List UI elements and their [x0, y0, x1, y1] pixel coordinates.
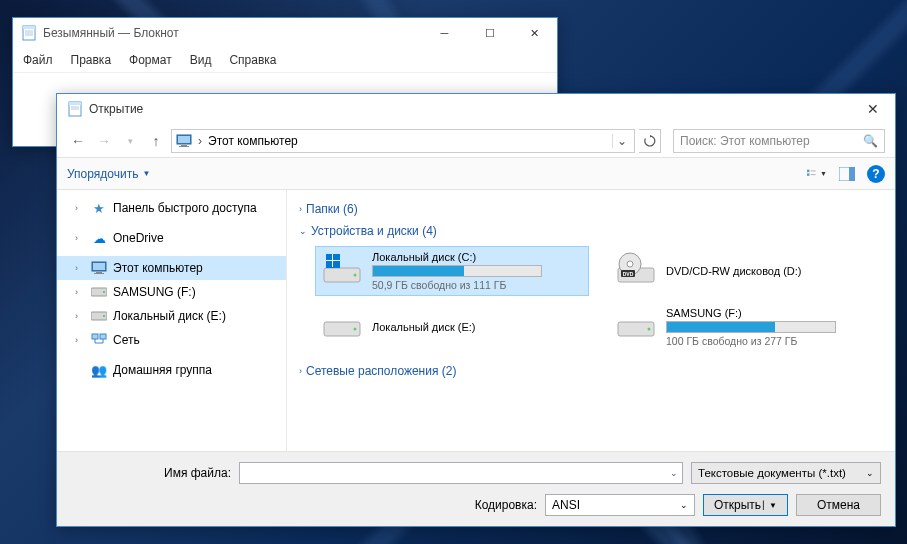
address-dropdown[interactable]: ⌄ [612, 134, 630, 148]
section-network-locations[interactable]: › Сетевые расположения (2) [299, 360, 883, 382]
dvd-drive-icon: DVD [614, 251, 658, 287]
address-location: Этот компьютер [208, 134, 298, 148]
os-drive-icon [320, 251, 364, 287]
svg-rect-28 [100, 334, 106, 339]
tree-this-pc[interactable]: › Этот компьютер [57, 256, 286, 280]
svg-rect-10 [178, 136, 190, 143]
drive-f-usage-bar [666, 321, 836, 333]
view-options-button[interactable]: ▼ [807, 164, 827, 184]
svg-text:DVD: DVD [623, 271, 634, 277]
nav-row: ← → ▾ ↑ › Этот компьютер ⌄ Поиск: Этот к… [57, 124, 895, 158]
drive-icon [614, 307, 658, 343]
menu-file[interactable]: Файл [21, 50, 55, 70]
svg-rect-13 [807, 169, 809, 171]
up-button[interactable]: ↑ [145, 130, 167, 152]
main-panel: › Папки (6) ⌄ Устройства и диски (4) Лок… [287, 190, 895, 451]
svg-rect-1 [23, 26, 35, 29]
recent-dropdown[interactable]: ▾ [119, 130, 141, 152]
svg-point-47 [354, 328, 357, 331]
refresh-icon [644, 135, 656, 147]
svg-rect-36 [326, 261, 332, 267]
section-devices[interactable]: ⌄ Устройства и диски (4) [299, 220, 883, 242]
toolbar: Упорядочить ▼ ▼ ? [57, 158, 895, 190]
svg-rect-27 [92, 334, 98, 339]
filename-input[interactable]: ⌄ [239, 462, 683, 484]
notepad-icon [21, 25, 37, 41]
tree-homegroup[interactable]: 👥 Домашняя группа [57, 358, 286, 382]
address-bar[interactable]: › Этот компьютер ⌄ [171, 129, 635, 153]
svg-rect-22 [94, 273, 104, 274]
dialog-titlebar[interactable]: Открытие ✕ [57, 94, 895, 124]
chevron-down-icon: ⌄ [670, 468, 678, 478]
svg-rect-20 [93, 263, 105, 270]
preview-pane-button[interactable] [837, 164, 857, 184]
nav-tree: › ★ Панель быстрого доступа › ☁ OneDrive… [57, 190, 287, 451]
cloud-icon: ☁ [91, 230, 107, 246]
dialog-close-button[interactable]: ✕ [850, 94, 895, 124]
svg-point-49 [648, 328, 651, 331]
filetype-dropdown[interactable]: Текстовые документы (*.txt) ⌄ [691, 462, 881, 484]
tree-samsung[interactable]: › SAMSUNG (F:) [57, 280, 286, 304]
organize-button[interactable]: Упорядочить ▼ [67, 167, 150, 181]
menu-view[interactable]: Вид [188, 50, 214, 70]
tree-network[interactable]: › Сеть [57, 328, 286, 352]
thispc-icon [176, 133, 192, 149]
back-button[interactable]: ← [67, 130, 89, 152]
open-dialog: Открытие ✕ ← → ▾ ↑ › Этот компьютер ⌄ По… [56, 93, 896, 527]
minimize-button[interactable]: ─ [422, 18, 467, 48]
drive-c-usage-bar [372, 265, 542, 277]
drive-c[interactable]: Локальный диск (C:) 50,9 ГБ свободно из … [315, 246, 589, 296]
svg-rect-11 [181, 145, 187, 146]
svg-rect-12 [179, 146, 189, 147]
open-button[interactable]: Открыть ▏▼ [703, 494, 788, 516]
bottom-panel: Имя файла: ⌄ Текстовые документы (*.txt)… [57, 451, 895, 526]
drive-d[interactable]: DVD DVD/CD-RW дисковод (D:) [609, 246, 883, 296]
drive-icon [320, 307, 364, 343]
maximize-button[interactable]: ☐ [467, 18, 512, 48]
tree-quick-access[interactable]: › ★ Панель быстрого доступа [57, 196, 286, 220]
svg-rect-34 [326, 254, 332, 260]
tree-onedrive[interactable]: › ☁ OneDrive [57, 226, 286, 250]
notepad-titlebar[interactable]: Безымянный — Блокнот ─ ☐ ✕ [13, 18, 557, 48]
chevron-down-icon: ⌄ [866, 468, 874, 478]
svg-rect-14 [807, 173, 809, 175]
chevron-down-icon: ⌄ [680, 500, 688, 510]
svg-point-24 [103, 291, 105, 293]
refresh-button[interactable] [639, 129, 661, 153]
forward-button[interactable]: → [93, 130, 115, 152]
network-icon [91, 332, 107, 348]
close-button[interactable]: ✕ [512, 18, 557, 48]
svg-rect-37 [333, 261, 340, 267]
dialog-title: Открытие [89, 102, 850, 116]
encoding-label: Кодировка: [475, 498, 537, 512]
search-icon: 🔍 [863, 134, 878, 148]
drive-icon [91, 284, 107, 300]
menu-help[interactable]: Справка [227, 50, 278, 70]
drive-e[interactable]: Локальный диск (E:) [315, 302, 589, 352]
encoding-dropdown[interactable]: ANSI ⌄ [545, 494, 695, 516]
drive-icon [91, 308, 107, 324]
svg-point-40 [354, 274, 357, 277]
svg-rect-21 [96, 272, 102, 273]
help-button[interactable]: ? [867, 165, 885, 183]
notepad-icon [67, 101, 83, 117]
section-folders[interactable]: › Папки (6) [299, 198, 883, 220]
svg-rect-6 [69, 102, 81, 105]
svg-point-43 [627, 261, 633, 267]
notepad-title: Безымянный — Блокнот [43, 26, 422, 40]
cancel-button[interactable]: Отмена [796, 494, 881, 516]
drive-f[interactable]: SAMSUNG (F:) 100 ГБ свободно из 277 ГБ [609, 302, 883, 352]
svg-rect-35 [333, 254, 340, 260]
notepad-menubar: Файл Правка Формат Вид Справка [13, 48, 557, 73]
menu-edit[interactable]: Правка [69, 50, 114, 70]
tree-local-e[interactable]: › Локальный диск (E:) [57, 304, 286, 328]
filename-label: Имя файла: [71, 466, 231, 480]
search-placeholder: Поиск: Этот компьютер [680, 134, 810, 148]
menu-format[interactable]: Формат [127, 50, 174, 70]
star-icon: ★ [91, 200, 107, 216]
homegroup-icon: 👥 [91, 362, 107, 378]
search-input[interactable]: Поиск: Этот компьютер 🔍 [673, 129, 885, 153]
svg-rect-18 [849, 167, 855, 181]
thispc-icon [91, 260, 107, 276]
svg-point-26 [103, 315, 105, 317]
